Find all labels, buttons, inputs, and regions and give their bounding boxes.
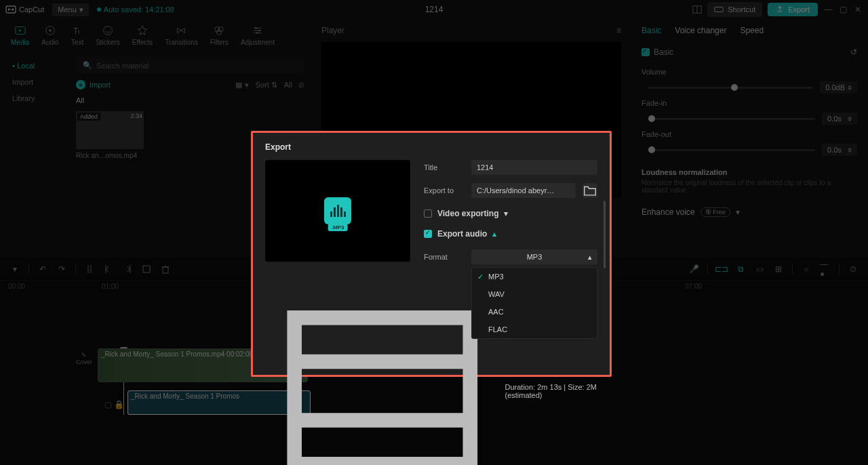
export-audio-checkbox[interactable]: Export audio ▴ <box>424 229 597 239</box>
format-label: Format <box>424 253 465 261</box>
chevron-up-icon: ▴ <box>588 253 592 262</box>
mp3-icon <box>324 197 351 224</box>
chevron-down-icon: ▾ <box>504 209 508 218</box>
checkbox-unchecked-icon <box>424 209 432 218</box>
format-menu: MP3 WAV AAC FLAC <box>471 267 597 339</box>
export-summary: Duration: 2m 13s | Size: 2M (estimated) <box>505 383 597 399</box>
modal-title: Export <box>265 142 597 152</box>
format-dropdown[interactable]: MP3 ▴ <box>471 249 597 264</box>
title-input[interactable] <box>471 160 597 175</box>
chevron-up-icon: ▴ <box>492 229 496 239</box>
format-option-mp3[interactable]: MP3 <box>472 268 597 285</box>
format-option-wav[interactable]: WAV <box>472 285 597 303</box>
export-to-label: Export to <box>424 186 465 195</box>
video-exporting-checkbox[interactable]: Video exporting ▾ <box>424 209 597 218</box>
checkbox-checked-icon <box>424 230 432 238</box>
export-modal: Export Title Export to Video exporting ▾ <box>251 131 612 377</box>
title-label: Title <box>424 163 465 171</box>
format-option-aac[interactable]: AAC <box>472 303 597 321</box>
format-option-flac[interactable]: FLAC <box>472 321 597 338</box>
film-icon <box>265 274 499 465</box>
modal-scrollbar[interactable] <box>604 201 606 268</box>
browse-folder-button[interactable] <box>583 183 597 198</box>
export-preview <box>265 160 410 262</box>
svg-rect-19 <box>294 318 470 464</box>
path-input[interactable] <box>471 183 576 198</box>
